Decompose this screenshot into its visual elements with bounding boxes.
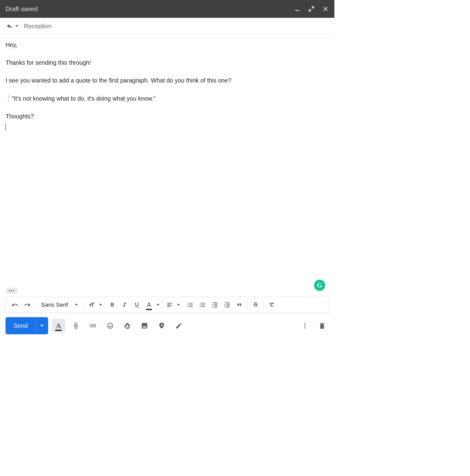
strikethrough-button[interactable] — [249, 299, 262, 311]
action-row: Send A — [0, 313, 334, 339]
insert-drive-button[interactable] — [121, 319, 134, 332]
insert-photo-button[interactable] — [138, 319, 151, 332]
close-button[interactable] — [322, 6, 329, 12]
underline-button[interactable] — [131, 299, 143, 311]
quote-button[interactable] — [233, 299, 245, 311]
pop-in-button[interactable] — [308, 6, 315, 12]
font-family-dropdown[interactable]: Sans Serif — [37, 301, 82, 308]
paperclip-icon — [72, 322, 79, 329]
toolbar-divider — [104, 300, 104, 309]
send-button[interactable]: Send — [6, 317, 36, 334]
subject-row: Reception — [0, 18, 334, 35]
undo-button[interactable] — [9, 299, 21, 311]
pop-in-icon — [308, 6, 314, 12]
svg-point-1 — [304, 323, 306, 324]
send-label: Send — [13, 322, 28, 329]
reply-icon — [6, 23, 13, 29]
text-format-icon: A — [56, 322, 61, 330]
emoji-icon — [106, 322, 114, 329]
svg-rect-0 — [295, 10, 299, 11]
redo-button[interactable] — [21, 299, 33, 311]
formatting-toolbar: Sans Serif A — [6, 297, 329, 313]
svg-point-2 — [304, 325, 306, 326]
image-icon — [141, 322, 148, 329]
confidential-mode-button[interactable] — [155, 319, 168, 332]
minimize-button[interactable] — [294, 6, 301, 12]
trash-icon — [318, 322, 326, 329]
reply-type-dropdown[interactable] — [6, 23, 18, 29]
text-cursor — [6, 123, 6, 131]
quote-text: "It's not knowing what to do, it's doing… — [12, 95, 156, 102]
insert-signature-button[interactable] — [172, 319, 186, 332]
body-line: Thoughts? — [6, 112, 329, 121]
insert-emoji-button[interactable] — [103, 319, 117, 332]
undo-icon — [12, 301, 18, 308]
text-color-icon: A — [147, 301, 151, 309]
window-titlebar: Draft saved — [0, 0, 334, 18]
body-line: Hey, — [6, 40, 329, 49]
chevron-down-icon — [40, 325, 44, 327]
ellipsis-icon: ••• — [9, 290, 15, 292]
attach-file-button[interactable] — [69, 319, 83, 332]
italic-button[interactable] — [118, 299, 131, 311]
font-size-dropdown[interactable] — [86, 299, 102, 311]
chevron-down-icon — [177, 304, 180, 306]
align-left-icon — [166, 301, 173, 308]
italic-icon — [121, 301, 128, 308]
indent-less-button[interactable] — [209, 299, 221, 311]
underline-icon — [133, 301, 140, 308]
grammarly-icon: G — [317, 280, 322, 290]
body-line: Thanks for sending this through! — [6, 58, 329, 67]
discard-draft-button[interactable] — [315, 319, 329, 332]
toolbar-divider — [264, 300, 264, 309]
bold-button[interactable] — [106, 299, 118, 311]
pen-icon — [175, 322, 183, 329]
indent-less-icon — [211, 301, 218, 308]
toolbar-divider — [247, 300, 248, 309]
quote-icon — [236, 301, 243, 308]
toolbar-divider — [161, 300, 162, 309]
chevron-down-icon — [99, 304, 102, 306]
subject-field[interactable]: Reception — [24, 23, 52, 30]
align-dropdown[interactable] — [164, 299, 180, 311]
insert-link-button[interactable] — [86, 319, 100, 332]
toolbar-divider — [35, 300, 36, 309]
lock-clock-icon — [158, 322, 165, 329]
message-body[interactable]: Hey, Thanks for sending this through! I … — [0, 35, 334, 297]
bulleted-list-button[interactable] — [196, 299, 209, 311]
chevron-down-icon — [15, 25, 18, 27]
bulleted-list-icon — [199, 301, 206, 308]
more-options-button[interactable] — [298, 319, 312, 332]
bold-icon — [109, 301, 116, 308]
font-family-label: Sans Serif — [41, 301, 68, 308]
formatting-toolbar-container: Sans Serif A — [0, 297, 334, 313]
svg-point-3 — [304, 327, 306, 328]
compose-window: Draft saved Reception Hey, Thanks for se… — [0, 0, 334, 339]
indent-more-button[interactable] — [221, 299, 233, 311]
window-title: Draft saved — [6, 6, 294, 13]
numbered-list-icon — [187, 301, 194, 308]
link-icon — [89, 322, 97, 329]
chevron-down-icon — [156, 304, 160, 306]
grammarly-badge[interactable]: G — [314, 280, 325, 291]
font-size-icon — [88, 301, 95, 308]
formatting-options-button[interactable]: A — [52, 319, 65, 332]
minimize-icon — [294, 6, 300, 12]
remove-formatting-icon — [268, 301, 275, 308]
close-icon — [322, 6, 329, 12]
redo-icon — [24, 301, 31, 308]
numbered-list-button[interactable] — [184, 299, 196, 311]
remove-formatting-button[interactable] — [266, 299, 278, 311]
send-options-dropdown[interactable] — [36, 317, 48, 334]
text-color-dropdown[interactable]: A — [143, 299, 160, 311]
more-vertical-icon — [301, 322, 309, 329]
toolbar-divider — [83, 300, 84, 309]
indent-more-icon — [224, 301, 230, 308]
strikethrough-icon — [252, 301, 259, 308]
toolbar-divider — [182, 300, 182, 309]
blockquote: "It's not knowing what to do, it's doing… — [8, 94, 329, 103]
window-controls — [294, 6, 329, 12]
show-trimmed-content-button[interactable]: ••• — [6, 288, 18, 294]
body-line: I see you wanted to add a quote to the f… — [6, 76, 329, 85]
chevron-down-icon — [75, 304, 78, 306]
